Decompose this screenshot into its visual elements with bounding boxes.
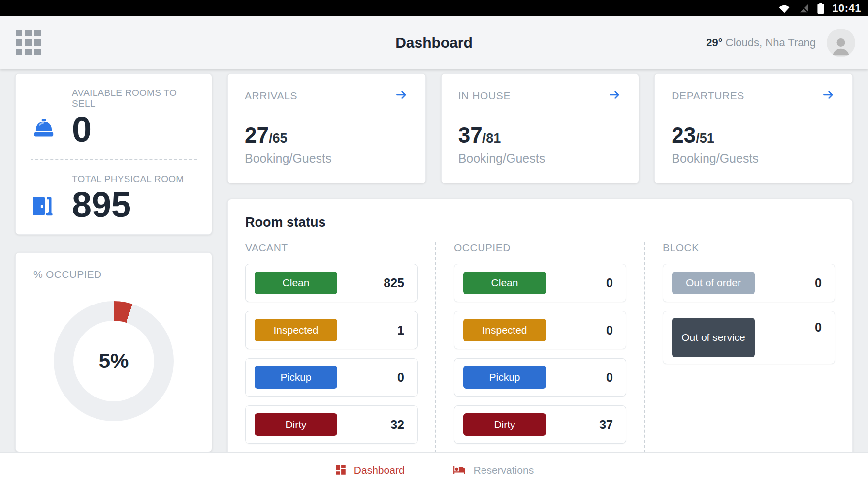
weather-summary: 29° Clouds, Nha Trang (706, 36, 816, 49)
available-rooms-label: AVAILABLE ROOMS TO SELL (72, 88, 197, 109)
rooms-summary-card: AVAILABLE ROOMS TO SELL 0 TOTAL PHY (15, 73, 212, 235)
block-column: BLOCK Out of order 0 Out of service 0 (644, 242, 835, 452)
status-badge: Inspected (255, 319, 337, 341)
occupied-label: OCCUPIED (454, 242, 626, 254)
dashboard-icon (334, 463, 347, 478)
person-icon (830, 34, 852, 57)
weather-desc: Clouds, Nha Trang (726, 36, 816, 49)
room-status-title: Room status (228, 199, 852, 242)
occupied-inspected-row[interactable]: Inspected 0 (454, 311, 626, 349)
status-badge: Clean (463, 272, 546, 294)
status-count: 32 (390, 418, 404, 432)
status-count: 825 (384, 276, 404, 290)
in-house-label: IN HOUSE (458, 90, 511, 102)
status-badge: Pickup (255, 366, 337, 389)
available-rooms-section: AVAILABLE ROOMS TO SELL 0 (16, 74, 212, 159)
service-bell-icon (31, 118, 72, 142)
occupied-clean-row[interactable]: Clean 0 (454, 264, 626, 302)
status-count: 0 (397, 370, 404, 385)
nav-label: Reservations (474, 464, 534, 476)
page-title: Dashboard (395, 34, 473, 51)
bottom-nav: Dashboard Reservations (0, 452, 868, 488)
available-rooms-value: 0 (72, 110, 92, 149)
status-count: 37 (599, 418, 613, 432)
status-count: 0 (815, 276, 822, 290)
wifi-icon (778, 3, 791, 13)
avatar[interactable] (827, 29, 855, 57)
status-time: 10:41 (832, 2, 861, 15)
room-status-card: Room status VACANT Clean 825 Inspected 1… (227, 199, 853, 452)
arrow-right-icon[interactable] (821, 89, 836, 103)
nav-label: Dashboard (354, 464, 405, 476)
in-house-sub: Booking/Guests (458, 152, 622, 166)
status-badge: Pickup (463, 366, 546, 389)
arrivals-value: 27 (245, 123, 269, 148)
in-house-card[interactable]: IN HOUSE 37 /81 Booking/Guests (441, 73, 640, 183)
dashboard-content: AVAILABLE ROOMS TO SELL 0 TOTAL PHY (0, 69, 868, 452)
total-rooms-label: TOTAL PHYSICAL ROOM (72, 174, 197, 184)
total-rooms-value: 895 (72, 185, 131, 224)
status-badge: Clean (255, 272, 337, 294)
block-label: BLOCK (663, 242, 835, 254)
occupied-dirty-row[interactable]: Dirty 37 (454, 405, 626, 444)
departures-value: 23 (672, 123, 696, 148)
vacant-label: VACANT (245, 242, 418, 254)
door-icon (31, 192, 72, 218)
occupancy-card: % OCCUPIED 5% (15, 252, 212, 452)
status-badge: Dirty (463, 413, 546, 436)
cellular-no-signal-icon (799, 3, 809, 14)
status-badge: Dirty (255, 413, 337, 436)
departures-label: DEPARTURES (672, 90, 744, 102)
nav-item-reservations[interactable]: Reservations (452, 463, 534, 478)
status-bar: 10:41 (0, 0, 868, 16)
weather-temp: 29° (706, 36, 722, 49)
status-count: 0 (606, 276, 613, 290)
status-count: 0 (606, 323, 613, 337)
occupancy-value: 5% (99, 349, 129, 373)
in-house-total: /81 (482, 131, 501, 146)
occupied-column: OCCUPIED Clean 0 Inspected 0 Pickup 0 D (435, 242, 626, 452)
status-count: 0 (606, 370, 613, 385)
departures-sub: Booking/Guests (672, 152, 836, 166)
apps-menu-icon[interactable] (16, 30, 41, 55)
nav-item-dashboard[interactable]: Dashboard (334, 463, 405, 478)
occupancy-donut-chart: 5% (54, 301, 174, 421)
block-out-of-service-row[interactable]: Out of service 0 (663, 311, 835, 364)
departures-card[interactable]: DEPARTURES 23 /51 Booking/Guests (654, 73, 853, 183)
battery-icon (817, 3, 824, 14)
departures-total: /51 (696, 131, 714, 146)
in-house-value: 37 (458, 123, 482, 148)
arrivals-total: /65 (269, 131, 288, 146)
vacant-pickup-row[interactable]: Pickup 0 (245, 358, 418, 396)
arrivals-sub: Booking/Guests (245, 152, 409, 166)
block-out-of-order-row[interactable]: Out of order 0 (663, 264, 835, 302)
status-badge: Inspected (463, 319, 546, 341)
vacant-clean-row[interactable]: Clean 825 (245, 264, 418, 302)
occupied-pickup-row[interactable]: Pickup 0 (454, 358, 626, 396)
status-badge: Out of service (672, 318, 755, 357)
app-header: Dashboard 29° Clouds, Nha Trang (0, 16, 868, 69)
vacant-column: VACANT Clean 825 Inspected 1 Pickup 0 D (245, 242, 418, 452)
occupancy-label: % OCCUPIED (33, 269, 194, 280)
status-count: 1 (397, 323, 404, 337)
vacant-inspected-row[interactable]: Inspected 1 (245, 311, 418, 349)
status-count: 0 (815, 320, 822, 335)
arrow-right-icon[interactable] (394, 89, 409, 103)
arrivals-card[interactable]: ARRIVALS 27 /65 Booking/Guests (227, 73, 426, 183)
total-rooms-section: TOTAL PHYSICAL ROOM 895 (16, 160, 212, 234)
arrivals-label: ARRIVALS (245, 90, 297, 102)
arrow-right-icon[interactable] (607, 89, 622, 103)
vacant-dirty-row[interactable]: Dirty 32 (245, 405, 418, 444)
bed-icon (452, 463, 467, 478)
status-badge: Out of order (672, 272, 755, 294)
